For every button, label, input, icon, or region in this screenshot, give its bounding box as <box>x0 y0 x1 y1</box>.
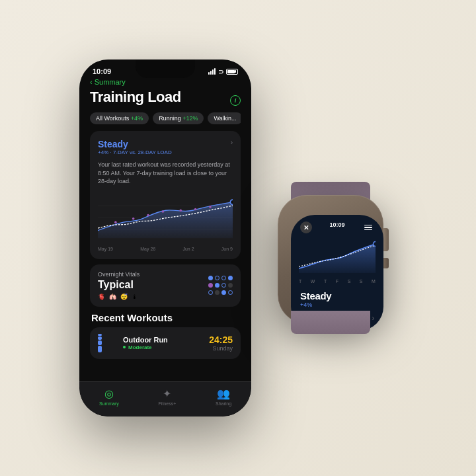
svg-point-10 <box>230 200 233 204</box>
svg-point-9 <box>209 206 212 208</box>
page-title: Training Load <box>90 89 181 106</box>
day-t1: T <box>299 279 301 284</box>
watch-side-button[interactable] <box>383 258 389 268</box>
sleep-icon: 😴 <box>120 294 128 300</box>
day-m: M <box>372 279 376 284</box>
scene: 10:09 ⊃ <box>0 0 476 476</box>
svg-point-11 <box>374 242 376 247</box>
recent-workouts-title: Recent Workouts <box>90 312 241 323</box>
svg-point-7 <box>179 209 182 212</box>
workout-meta: Moderate <box>123 344 202 350</box>
vitals-value: Typical <box>98 279 139 291</box>
watch-time: 10:09 <box>329 221 344 233</box>
steady-description: Your last rated workout was recorded yes… <box>98 161 233 186</box>
lungs-icon: 🫁 <box>109 294 116 300</box>
fitness-icon: ✦ <box>163 387 171 400</box>
close-icon: ✕ <box>303 224 309 231</box>
tab-fitness[interactable]: ✦ Fitness+ <box>159 387 177 406</box>
iphone: 10:09 ⊃ <box>79 60 251 416</box>
tab-bar: ◎ Summary ✦ Fitness+ 👥 Sharing <box>79 381 251 416</box>
battery-icon <box>226 69 238 75</box>
watch-steady-title: Steady <box>300 290 374 301</box>
workout-name: Outdoor Run <box>123 336 202 344</box>
svg-point-8 <box>194 208 197 210</box>
day-s1: S <box>348 279 351 284</box>
chart-label-may19: May 19 <box>98 247 113 251</box>
day-s2: S <box>360 279 363 284</box>
back-button[interactable]: ‹ Summary <box>90 78 241 86</box>
watch-steady-sub: +4% <box>300 301 374 308</box>
vitals-dots-grid <box>208 276 233 295</box>
vitals-card: Overnight Vitals Typical 🫀 🫁 😴 🌡 <box>90 264 241 307</box>
workout-card[interactable]: Outdoor Run Moderate 24:25 Sunday <box>90 327 241 359</box>
tab-summary[interactable]: ◎ Summary <box>99 387 119 406</box>
workout-day: Sunday <box>209 345 233 352</box>
svg-point-3 <box>114 221 117 223</box>
watch-body: ✕ 10:09 <box>278 195 383 324</box>
day-f: F <box>336 279 338 284</box>
chart-label-jun2: Jun 2 <box>182 247 194 251</box>
steady-header: Steady +4% · 7-DAY vs. 28-DAY LOAD › <box>98 139 233 159</box>
vitals-icons: 🫀 🫁 😴 🌡 <box>98 294 139 300</box>
sharing-icon: 👥 <box>217 387 230 400</box>
watch-chevron-icon: › <box>372 315 374 322</box>
moderate-badge: Moderate <box>128 344 152 350</box>
watch-band-bottom <box>291 311 370 334</box>
steady-title: Steady <box>98 139 172 149</box>
watch-digital-crown[interactable] <box>383 228 389 251</box>
filter-tab-all[interactable]: All Workouts +4% <box>90 112 149 124</box>
watch-close-button[interactable]: ✕ <box>300 221 312 233</box>
chevron-left-icon: ‹ <box>90 78 93 86</box>
iphone-screen: 10:09 ⊃ <box>79 60 251 416</box>
watch-menu-button[interactable] <box>362 221 374 233</box>
day-w: W <box>311 279 315 284</box>
tab-fitness-label: Fitness+ <box>159 401 177 406</box>
training-load-chart <box>98 191 233 244</box>
svg-point-4 <box>132 218 135 220</box>
heart-icon: 🫀 <box>98 294 105 300</box>
chart-label-jun9: Jun 9 <box>221 247 233 251</box>
wifi-icon: ⊃ <box>218 68 223 75</box>
filter-tab-running[interactable]: Running +12% <box>153 112 204 124</box>
svg-point-6 <box>162 210 165 213</box>
vitals-label: Overnight Vitals <box>98 271 139 278</box>
workout-icon <box>98 334 116 352</box>
tab-sharing[interactable]: 👥 Sharing <box>216 387 231 406</box>
menu-line-1 <box>364 225 372 226</box>
steady-subtitle: +4% · 7-DAY vs. 28-DAY LOAD <box>98 149 172 155</box>
menu-line-2 <box>364 227 372 228</box>
temp-icon: 🌡 <box>132 294 138 300</box>
tab-summary-label: Summary <box>99 401 119 406</box>
workout-info: Outdoor Run Moderate <box>123 336 202 350</box>
signal-icon <box>208 68 216 75</box>
status-time: 10:09 <box>93 67 111 75</box>
status-icons: ⊃ <box>208 68 238 75</box>
info-button[interactable]: i <box>230 95 241 106</box>
steady-card: Steady +4% · 7-DAY vs. 28-DAY LOAD › You… <box>90 131 241 259</box>
filter-tab-walking[interactable]: Walkin... <box>208 112 241 124</box>
chevron-right-icon: › <box>231 139 233 146</box>
watch-status-bar: ✕ 10:09 <box>291 215 383 236</box>
menu-line-3 <box>364 229 372 231</box>
svg-point-5 <box>147 214 149 216</box>
apple-watch: ✕ 10:09 <box>271 182 397 334</box>
summary-icon: ◎ <box>104 387 114 400</box>
watch-day-labels: T W T F S S M <box>291 279 383 284</box>
chart-labels: May 19 May 26 Jun 2 Jun 9 <box>98 247 233 251</box>
back-label: Summary <box>95 78 126 86</box>
workout-duration: 24:25 <box>209 335 233 345</box>
watch-training-chart <box>291 236 383 279</box>
chart-label-may26: May 26 <box>140 247 155 251</box>
iphone-dynamic-island <box>136 60 195 78</box>
iphone-content: ‹ Summary Training Load i All Workouts +… <box>79 78 251 359</box>
filter-tabs: All Workouts +4% Running +12% Walkin... <box>90 112 241 124</box>
day-t2: T <box>324 279 327 284</box>
moderate-dot <box>123 346 126 348</box>
tab-sharing-label: Sharing <box>216 401 231 406</box>
